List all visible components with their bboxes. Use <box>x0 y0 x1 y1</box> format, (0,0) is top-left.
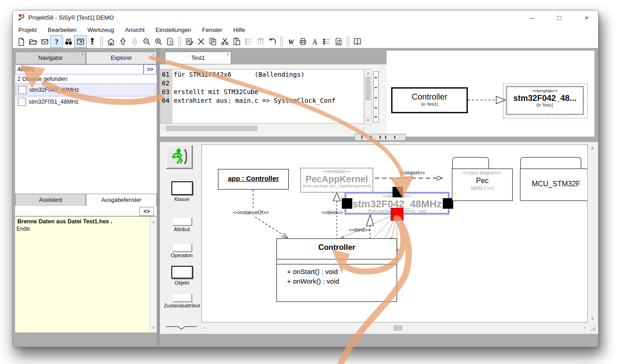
search-input[interactable] <box>15 64 143 74</box>
mcu-package-node[interactable]: MCU_STM32F <box>520 169 588 201</box>
window-maximize-icon[interactable] <box>74 36 86 47</box>
help-icon[interactable]: ? <box>51 36 63 47</box>
close-button[interactable]: × <box>580 14 594 21</box>
undo-icon[interactable] <box>266 36 278 47</box>
minimize-button[interactable]: – <box>525 14 539 21</box>
tab-navigator[interactable]: Navigator × <box>15 52 86 64</box>
close-tab-icon[interactable]: × <box>152 53 155 57</box>
print-icon[interactable] <box>297 36 309 47</box>
editor-hscrollbar[interactable]: ‹ › <box>160 125 366 132</box>
attribut-shape-icon <box>172 217 191 225</box>
tab-assistent[interactable]: Assistent <box>15 194 86 206</box>
editor-vscrollbar[interactable]: ∧ ∨ <box>365 69 372 125</box>
pane-splitter-handle[interactable] <box>355 134 406 141</box>
tree-list-icon[interactable] <box>243 36 255 47</box>
book-icon[interactable] <box>351 36 363 47</box>
open-folder-icon[interactable] <box>27 36 39 47</box>
scroll-right-icon[interactable]: › <box>584 326 585 330</box>
run-button[interactable] <box>166 145 192 169</box>
link-handle-red[interactable] <box>391 208 403 221</box>
search-binoculars-icon[interactable] <box>63 36 74 47</box>
scroll-left-icon[interactable]: ‹ <box>204 326 205 330</box>
left-panel: Navigator × Explorer × >> 2 Objekte gefu… <box>13 48 160 347</box>
scrollbar-thumb[interactable] <box>166 126 257 131</box>
copy-icon[interactable] <box>207 36 219 47</box>
palette-tool-klasse[interactable]: Klasse <box>163 181 201 202</box>
maximize-button[interactable]: □ <box>552 14 566 21</box>
scrollbar-thumb[interactable] <box>393 325 403 331</box>
scroll-right-icon[interactable]: › <box>363 126 364 131</box>
refresh-page-icon[interactable] <box>333 36 345 47</box>
menu-projekt[interactable]: Projekt <box>18 26 37 33</box>
tab-test1[interactable]: Test1 × <box>165 52 231 64</box>
table-columns-icon[interactable] <box>255 36 266 47</box>
scroll-down-icon[interactable]: ∨ <box>366 118 370 122</box>
mail-icon[interactable] <box>39 36 51 47</box>
scroll-up-icon[interactable]: ∧ <box>366 71 370 76</box>
menu-werkzeug[interactable]: Werkzeug <box>87 26 114 33</box>
output-scrollbar[interactable]: ∧ ∨ <box>150 217 157 332</box>
panel-splitter[interactable] <box>157 48 160 347</box>
code-view-button[interactable]: <> <box>139 207 154 216</box>
new-document-icon[interactable] <box>15 36 27 47</box>
overview-controller-node[interactable]: Controller {in Test1} <box>391 87 468 113</box>
item-checkbox[interactable] <box>18 98 26 106</box>
delete-x-icon[interactable] <box>195 36 207 47</box>
scroll-down-icon[interactable]: ∨ <box>591 316 594 321</box>
title-bar[interactable]: Projekt58 - SiSy® [Test1] DEMO – □ × <box>13 11 598 24</box>
search-expand-button[interactable]: >> <box>143 64 157 74</box>
output-console[interactable]: Brenne Daten aus Datei Test1.hex . Ende.… <box>15 216 157 332</box>
menu-einstellungen[interactable]: Einstellungen <box>155 26 191 33</box>
close-tab-icon[interactable]: × <box>81 53 84 57</box>
resize-handle-top[interactable] <box>392 187 403 197</box>
close-tab-icon[interactable]: × <box>227 53 229 57</box>
menu-fenster[interactable]: Fenster <box>202 26 222 33</box>
pec-package-node[interactable]: <<class diagram>> Pec {ARM C++} <box>452 169 513 201</box>
palette-tool-attribut[interactable]: Attribut <box>163 217 201 232</box>
person-icon[interactable] <box>86 36 98 47</box>
list-item[interactable]: stm32F051_48MHz <box>16 96 155 108</box>
scroll-up-icon[interactable]: ∧ <box>591 146 594 151</box>
scroll-left-icon[interactable]: ‹ <box>162 126 164 131</box>
diagram-hscrollbar[interactable]: ‹ › <box>201 325 588 331</box>
controller-class-node[interactable]: Controller + onStart() : void + onWork()… <box>276 238 397 302</box>
pecappkernel-node[interactable]: <<template>> PecAppKernel {from package … <box>300 168 373 193</box>
word-export-icon[interactable]: W <box>285 36 297 47</box>
scroll-up-icon[interactable]: ∧ <box>150 220 157 224</box>
code-editor[interactable]: 01für STM32F042x6 (Ballendings) 02 03ers… <box>160 69 364 124</box>
run-icon <box>169 148 189 166</box>
overview-template-node[interactable]: <<template>> stm32F042_48... {in Test1} <box>506 86 584 115</box>
font-icon[interactable]: A <box>309 36 321 47</box>
edit-properties-icon[interactable] <box>183 36 195 47</box>
cut-icon[interactable] <box>219 36 231 47</box>
item-checkbox[interactable] <box>18 86 27 94</box>
paste-icon[interactable] <box>231 36 243 47</box>
menu-ansicht[interactable]: Ansicht <box>125 26 145 33</box>
scrollbar-thumb[interactable] <box>366 77 371 100</box>
tab-ausgabefenster[interactable]: Ausgabefenster <box>86 194 157 206</box>
palette-tool-objekt[interactable]: Objekt <box>163 266 201 285</box>
resize-handle-left[interactable] <box>342 198 352 209</box>
class-operation: + onStart() : void <box>287 268 338 275</box>
diagram-canvas[interactable]: app : Controller <<instanceOf>> <<templa… <box>201 144 588 322</box>
scroll-down-icon[interactable]: ∨ <box>150 325 157 330</box>
palette-tool-operation[interactable]: Operation <box>163 243 201 258</box>
home-icon[interactable] <box>105 36 117 47</box>
menu-bearbeiten[interactable]: Bearbeiten <box>48 26 76 33</box>
node-stereotype: <<class diagram>> <box>452 170 512 176</box>
list-item[interactable]: stm32F042_48MHz <box>16 84 156 96</box>
app-logo-icon <box>17 13 26 23</box>
menu-hilfe[interactable]: Hilfe <box>233 26 245 33</box>
navigate-up-icon[interactable] <box>117 36 129 47</box>
zoom-in-icon[interactable] <box>153 36 164 47</box>
navigate-down-icon[interactable] <box>129 36 141 47</box>
bullet-list-icon[interactable] <box>321 36 333 47</box>
resize-grip-icon[interactable] <box>590 326 597 332</box>
palette-collapse-icon[interactable] <box>165 325 199 331</box>
zoom-out-icon[interactable] <box>141 36 153 47</box>
palette-tool-zustandsattribut[interactable]: Zustandsattribut <box>163 293 201 308</box>
diagram-vscrollbar[interactable]: ∧ ∨ <box>589 144 596 322</box>
app-object-node[interactable]: app : Controller <box>218 169 289 190</box>
tab-explorer[interactable]: Explorer × <box>86 52 157 64</box>
page-help-icon[interactable]: ? <box>164 36 176 47</box>
